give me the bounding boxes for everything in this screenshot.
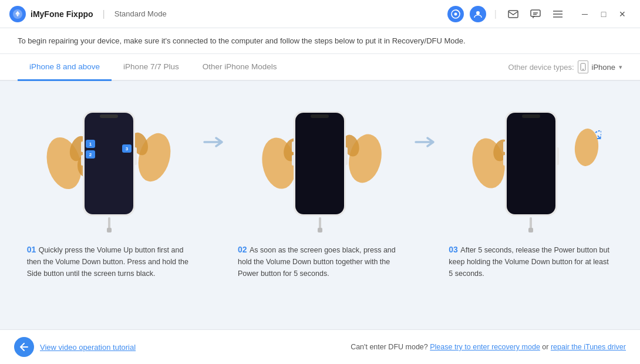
tabs-bar: iPhone 8 and above iPhone 7/7 Plus Other…	[0, 54, 640, 81]
footer-left: View video operation tutorial	[14, 337, 136, 357]
device-type-label: Other device types:	[508, 63, 574, 72]
svg-rect-51	[503, 141, 507, 152]
step-2-number: 02	[238, 245, 247, 254]
step3-phone	[503, 109, 559, 218]
svg-rect-20	[85, 113, 133, 214]
tab-iphone7[interactable]: iPhone 7/7 Plus	[112, 54, 191, 81]
svg-rect-21	[100, 114, 118, 118]
step-2-text: As soon as the screen goes black, press …	[238, 246, 396, 278]
step-1-description: 01 Quickly press the Volume Up button fi…	[21, 240, 197, 279]
step-2-description: 02 As soon as the screen goes black, pre…	[232, 240, 408, 279]
title-bar: iMyFone Fixppo | Standard Mode |	[0, 0, 640, 28]
back-icon	[19, 343, 29, 351]
step-1-desc-text: Quickly press the Volume Up button first…	[27, 246, 188, 278]
svg-rect-54	[530, 217, 532, 229]
svg-point-47	[574, 127, 600, 167]
minimize-button[interactable]: ─	[577, 6, 593, 22]
device-type-text: iPhone	[592, 63, 615, 72]
svg-rect-52	[503, 155, 507, 166]
mail-icon[interactable]	[505, 6, 521, 22]
main-content: To begin repairing your device, make sur…	[0, 28, 640, 364]
title-divider: |	[103, 9, 105, 19]
arrow-2-icon	[415, 134, 437, 150]
svg-rect-43	[319, 217, 321, 229]
itunes-driver-link[interactable]: repair the iTunes driver	[551, 343, 626, 351]
step-1-number: 01	[27, 245, 36, 254]
step-3-number: 03	[449, 245, 458, 254]
svg-point-13	[582, 69, 584, 70]
maximize-button[interactable]: □	[595, 6, 612, 22]
svg-text:1: 1	[89, 141, 92, 147]
step-3-column: 03 After 5 seconds, release the Power bu…	[440, 87, 622, 279]
svg-rect-50	[522, 114, 540, 118]
svg-rect-22	[81, 141, 85, 152]
svg-rect-55	[528, 228, 533, 232]
footer: View video operation tutorial Can't ente…	[0, 329, 640, 364]
device-type-selector[interactable]: Other device types: iPhone ▾	[508, 60, 622, 73]
step-2-illustration	[252, 87, 388, 240]
step-3-description: 03 After 5 seconds, release the Power bu…	[443, 240, 619, 279]
step3-cable	[527, 217, 534, 234]
music-icon[interactable]	[447, 6, 464, 22]
svg-rect-42	[344, 147, 348, 165]
step1-phone: 1 2 3	[81, 109, 137, 218]
step-2-column: 02 As soon as the screen goes black, pre…	[228, 87, 411, 279]
mode-label: Standard Mode	[114, 9, 167, 18]
app-title: iMyFone Fixppo	[31, 9, 93, 19]
or-text: or	[542, 343, 551, 351]
dfu-question-text: Can't enter DFU mode?	[351, 343, 428, 351]
svg-rect-44	[318, 228, 322, 232]
step-3-text: After 5 seconds, release the Power butto…	[449, 246, 609, 278]
notice-text: To begin repairing your device, make sur…	[18, 36, 466, 45]
menu-icon[interactable]	[550, 6, 566, 22]
step1-cable	[106, 217, 113, 234]
svg-point-1	[16, 12, 19, 16]
svg-text:2: 2	[89, 152, 92, 157]
svg-rect-38	[295, 113, 344, 214]
back-button[interactable]	[14, 337, 34, 357]
svg-rect-23	[81, 155, 85, 166]
svg-rect-24	[133, 147, 137, 165]
svg-text:3: 3	[126, 146, 129, 151]
step-1-illustration: 1 2 3	[42, 87, 177, 240]
svg-point-3	[454, 12, 457, 15]
svg-point-4	[476, 11, 480, 15]
step2-cable	[316, 217, 324, 234]
svg-rect-39	[311, 114, 329, 118]
title-bar-left: iMyFone Fixppo | Standard Mode	[9, 6, 167, 22]
tab-iphone8-above[interactable]: iPhone 8 and above	[18, 54, 112, 81]
recovery-mode-link[interactable]: Please try to enter recovery mode	[430, 343, 540, 351]
svg-rect-41	[292, 155, 295, 166]
arrow-1	[200, 87, 228, 150]
svg-rect-5	[508, 11, 518, 18]
svg-rect-53	[555, 147, 559, 165]
arrow-1-icon	[203, 134, 225, 150]
device-type-icon	[578, 60, 588, 73]
chat-icon[interactable]	[527, 6, 544, 22]
app-logo	[9, 6, 26, 22]
svg-rect-49	[507, 113, 555, 214]
footer-right: Can't enter DFU mode? Please try to ente…	[351, 343, 626, 351]
svg-rect-31	[108, 217, 110, 229]
user-avatar[interactable]	[470, 6, 486, 22]
window-controls: ─ □ ✕	[577, 6, 631, 22]
close-button[interactable]: ✕	[614, 6, 631, 22]
title-bar-right: | ─ □ ✕	[447, 6, 631, 22]
notice-bar: To begin repairing your device, make sur…	[0, 28, 640, 54]
step-3-illustration	[463, 87, 598, 240]
arrow-2	[412, 87, 440, 150]
svg-rect-32	[107, 228, 112, 232]
video-tutorial-link[interactable]: View video operation tutorial	[40, 343, 136, 352]
tab-other-iphone[interactable]: Other iPhone Models	[191, 54, 289, 81]
step-1-column: 1 2 3 01 Quickly press the Volume Up but…	[18, 87, 200, 279]
svg-rect-40	[292, 141, 295, 152]
dropdown-arrow-icon: ▾	[619, 63, 622, 71]
step3-right-hand	[572, 121, 601, 168]
steps-area: 1 2 3 01 Quickly press the Volume Up but…	[0, 81, 640, 329]
step2-phone	[292, 109, 348, 218]
